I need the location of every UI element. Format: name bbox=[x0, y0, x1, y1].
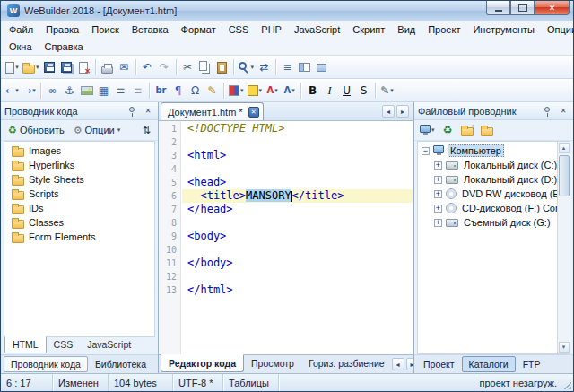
scroll-down-button[interactable]: ▼ bbox=[559, 342, 570, 353]
code-line[interactable]: 5<head> bbox=[159, 176, 413, 189]
tree-item-dvd-rw-дисковод-e[interactable]: +DVD RW дисковод (E:) bbox=[418, 187, 557, 201]
menu-item-поиск[interactable]: Поиск bbox=[85, 22, 125, 37]
expand-icon[interactable]: + bbox=[434, 205, 442, 213]
insert-link-button[interactable]: ∞ bbox=[44, 81, 61, 100]
code-line[interactable]: 4 bbox=[159, 162, 413, 176]
menu-item-вид[interactable]: Вид bbox=[391, 22, 422, 37]
code-line[interactable]: 7</head> bbox=[159, 203, 413, 216]
document-tab[interactable]: Документ1.htm *✕ bbox=[161, 102, 264, 120]
pin-button[interactable] bbox=[126, 105, 138, 118]
font-color-button[interactable]: A▾ bbox=[264, 81, 281, 100]
underline-button[interactable]: U bbox=[338, 81, 355, 100]
folder-item-hyperlinks[interactable]: Hyperlinks bbox=[4, 158, 154, 172]
options-button[interactable]: ⚙ Опции ▾ bbox=[70, 123, 125, 137]
close-button[interactable] bbox=[535, 1, 570, 15]
minimize-button[interactable] bbox=[486, 1, 510, 15]
menu-item-javascript[interactable]: JavaScript bbox=[288, 22, 346, 37]
print-button[interactable] bbox=[99, 57, 116, 77]
folder-item-form-elements[interactable]: Form Elements bbox=[4, 230, 154, 244]
scroll-tabs-right-button[interactable]: ▸ bbox=[396, 105, 409, 118]
refresh-files-button[interactable]: ♻ bbox=[439, 120, 457, 140]
tree-item-cd-дисковод-f-connect-mana[interactable]: +CD-дисковод (F:) Connect Mana bbox=[418, 201, 557, 215]
menu-item-файл[interactable]: Файл bbox=[3, 22, 39, 37]
menu-item-окна[interactable]: Окна bbox=[3, 39, 39, 54]
menu-item-инструменты[interactable]: Инструменты bbox=[466, 22, 541, 37]
panels-toggle-button[interactable] bbox=[296, 57, 313, 77]
folder-item-images[interactable]: Images bbox=[4, 144, 154, 158]
insert-anchor-button[interactable]: ⚓ bbox=[61, 81, 78, 100]
expand-icon[interactable]: + bbox=[434, 176, 442, 184]
save-button[interactable] bbox=[41, 57, 58, 77]
folder-item-ids[interactable]: IDs bbox=[4, 201, 154, 215]
code-line[interactable]: 13</html> bbox=[159, 283, 413, 297]
view-tab-просмотр[interactable]: Просмотр bbox=[244, 355, 301, 371]
insert-image-button[interactable] bbox=[78, 81, 95, 100]
ordered-list-button[interactable]: ≡ bbox=[112, 81, 129, 100]
font-size-button[interactable]: A▾ bbox=[281, 81, 298, 100]
explorer-tab-ftp[interactable]: FTP bbox=[517, 357, 547, 371]
menu-item-php[interactable]: PHP bbox=[255, 22, 288, 37]
edit-tag-button[interactable]: ✎▾ bbox=[378, 81, 396, 100]
code-line[interactable]: 3<html> bbox=[159, 149, 413, 162]
lang-tab-css[interactable]: CSS bbox=[47, 337, 81, 353]
unordered-list-button[interactable]: ≡ bbox=[129, 81, 146, 100]
tree-item-локальный-диск-d[interactable]: +Локальный диск (D:) bbox=[418, 172, 557, 187]
close-document-button[interactable] bbox=[75, 57, 92, 77]
highlight-color-button[interactable]: ▾ bbox=[246, 81, 265, 100]
code-area[interactable]: 1<!DOCTYPE HTML>23<html>45<head>6 <title… bbox=[159, 121, 413, 354]
maximize-button[interactable] bbox=[510, 1, 535, 15]
new-document-button[interactable]: ▾ bbox=[4, 57, 21, 77]
tree-item-съемный-диск-g[interactable]: +Съемный диск (G:) bbox=[418, 215, 557, 230]
menu-item-опции[interactable]: Опции bbox=[541, 22, 574, 37]
nav-back-button[interactable]: ←▾ bbox=[4, 81, 21, 100]
collapse-icon[interactable]: − bbox=[422, 147, 430, 155]
menu-item-справка[interactable]: Справка bbox=[39, 39, 90, 54]
view-tab-гориз-разбиение[interactable]: Гориз. разбиение bbox=[301, 355, 392, 371]
lang-tab-javascript[interactable]: JavaScript bbox=[80, 337, 138, 353]
insert-paragraph-button[interactable]: ¶ bbox=[170, 81, 187, 100]
close-panel-button[interactable]: ✕ bbox=[142, 105, 154, 118]
scroll-left-button[interactable]: ◂ bbox=[392, 358, 404, 370]
fullscreen-button[interactable] bbox=[313, 57, 330, 77]
bold-button[interactable]: B bbox=[304, 81, 321, 100]
insert-comment-button[interactable]: ✎ bbox=[204, 81, 221, 100]
menu-item-css[interactable]: CSS bbox=[222, 22, 256, 37]
vertical-scrollbar[interactable]: ▲ ▼ bbox=[557, 142, 570, 353]
pin-button[interactable] bbox=[541, 105, 553, 118]
close-tab-button[interactable]: ✕ bbox=[248, 107, 259, 118]
insert-br-button[interactable]: br bbox=[152, 81, 170, 100]
title-bar[interactable]: W WeBuilder 2018 - [Документ1.htm] bbox=[1, 1, 573, 21]
code-line[interactable]: 1<!DOCTYPE HTML> bbox=[159, 122, 413, 135]
scroll-tabs-left-button[interactable]: ◂ bbox=[382, 105, 395, 118]
menu-item-формат[interactable]: Формат bbox=[175, 22, 222, 37]
code-line[interactable]: 12 bbox=[159, 270, 413, 283]
email-button[interactable]: ✉ bbox=[116, 57, 133, 77]
insert-table-button[interactable]: ▦ bbox=[95, 81, 112, 100]
new-folder-button[interactable] bbox=[479, 120, 496, 140]
nav-forward-button[interactable]: →▾ bbox=[21, 81, 38, 100]
close-panel-button[interactable]: ✕ bbox=[557, 105, 570, 118]
code-line[interactable]: 9<body> bbox=[159, 230, 413, 243]
strikethrough-button[interactable]: S bbox=[355, 81, 372, 100]
expand-icon[interactable]: + bbox=[434, 190, 442, 198]
open-file-button[interactable]: ▾ bbox=[21, 57, 41, 77]
up-directory-button[interactable] bbox=[459, 120, 476, 140]
scroll-up-button[interactable]: ▲ bbox=[559, 143, 570, 153]
copy-button[interactable] bbox=[196, 57, 213, 77]
folder-item-classes[interactable]: Classes bbox=[4, 215, 154, 230]
color-picker-button[interactable]: ▾ bbox=[227, 81, 246, 100]
refresh-button[interactable]: ♻ Обновить bbox=[4, 123, 68, 137]
expand-icon[interactable]: + bbox=[434, 161, 442, 170]
expand-icon[interactable]: + bbox=[434, 219, 442, 227]
insert-special-char-button[interactable]: Ω bbox=[187, 81, 204, 100]
tree-item-локальный-диск-c[interactable]: +Локальный диск (C:) bbox=[418, 158, 557, 172]
replace-button[interactable]: ⇄ bbox=[256, 57, 273, 77]
view-tab-редактор-кода[interactable]: Редактор кода bbox=[161, 354, 244, 372]
save-all-button[interactable] bbox=[58, 57, 75, 77]
code-explorer-toggle-button[interactable]: ≡ bbox=[279, 57, 296, 77]
menu-item-вставка[interactable]: Вставка bbox=[126, 22, 175, 37]
paste-button[interactable] bbox=[213, 57, 230, 77]
panel-tab-проводник-кода[interactable]: Проводник кода bbox=[4, 356, 88, 372]
scrollbar-thumb[interactable] bbox=[559, 155, 570, 196]
menu-item-правка[interactable]: Правка bbox=[39, 22, 85, 37]
